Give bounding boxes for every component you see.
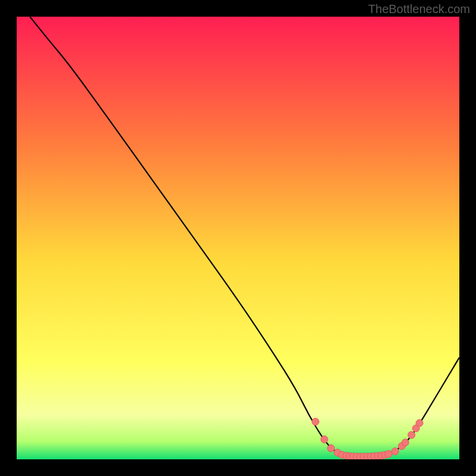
data-marker bbox=[392, 448, 399, 455]
data-marker bbox=[416, 419, 423, 427]
chart-frame: TheBottleneck.com bbox=[0, 0, 476, 476]
data-marker bbox=[312, 418, 319, 425]
chart-svg bbox=[17, 17, 459, 459]
data-marker bbox=[321, 436, 328, 443]
data-marker bbox=[402, 439, 409, 446]
watermark-text: TheBottleneck.com bbox=[368, 2, 470, 16]
data-marker bbox=[408, 431, 415, 439]
plot-area bbox=[17, 17, 459, 459]
data-marker bbox=[385, 450, 392, 458]
data-marker bbox=[327, 444, 334, 452]
